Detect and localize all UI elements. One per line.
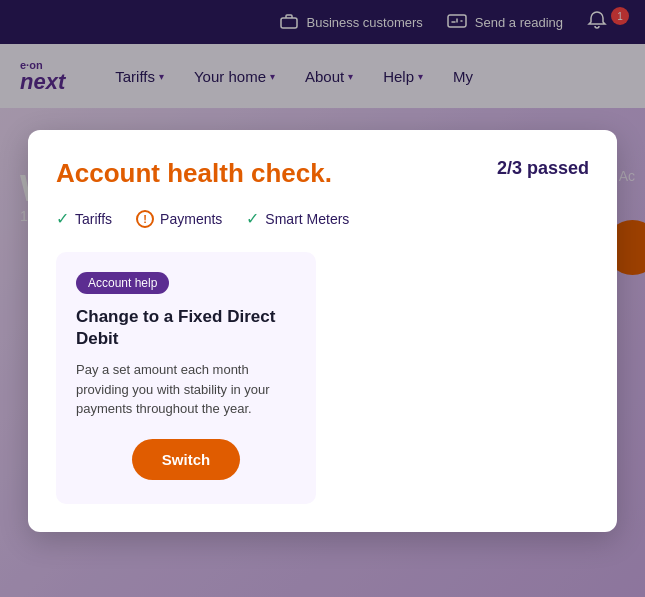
health-check-modal: Account health check. 2/3 passed ✓ Tarif…: [28, 130, 617, 532]
modal-header: Account health check. 2/3 passed: [56, 158, 589, 189]
switch-button[interactable]: Switch: [132, 439, 240, 480]
check-payments: ! Payments: [136, 210, 222, 228]
card-title: Change to a Fixed Direct Debit: [76, 306, 296, 350]
check-payments-label: Payments: [160, 211, 222, 227]
check-tariffs-label: Tariffs: [75, 211, 112, 227]
check-smart-meters: ✓ Smart Meters: [246, 209, 349, 228]
check-smart-meters-label: Smart Meters: [265, 211, 349, 227]
checks-row: ✓ Tariffs ! Payments ✓ Smart Meters: [56, 209, 589, 228]
tariffs-check-pass-icon: ✓: [56, 209, 69, 228]
modal-title: Account health check.: [56, 158, 332, 189]
smart-meters-check-pass-icon: ✓: [246, 209, 259, 228]
card-tag: Account help: [76, 272, 169, 294]
check-tariffs: ✓ Tariffs: [56, 209, 112, 228]
account-help-card: Account help Change to a Fixed Direct De…: [56, 252, 316, 504]
card-description: Pay a set amount each month providing yo…: [76, 360, 296, 419]
payments-check-warn-icon: !: [136, 210, 154, 228]
modal-score: 2/3 passed: [497, 158, 589, 179]
